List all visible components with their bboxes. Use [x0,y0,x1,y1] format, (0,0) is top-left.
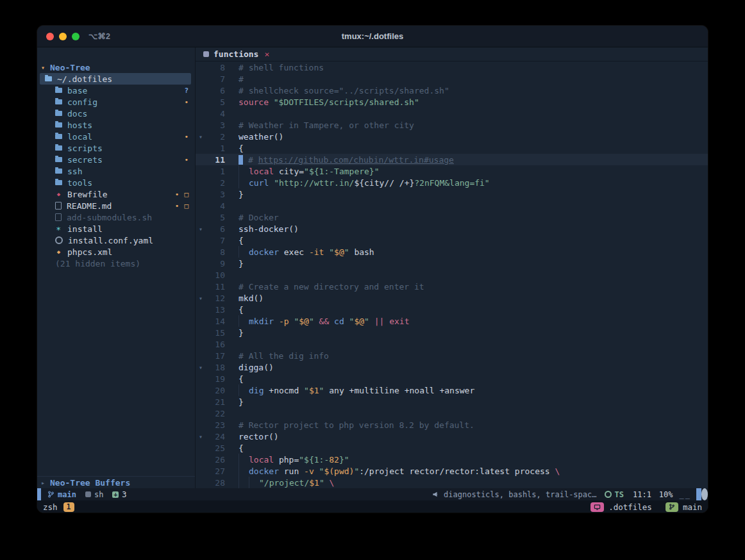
code-line[interactable]: 9} [196,258,708,269]
code-line[interactable]: 4 [196,108,708,119]
code-line[interactable]: 21} [196,396,708,408]
tree-item-scripts[interactable]: scripts [37,142,195,154]
code-line[interactable]: 14mkdir -p "$@" && cd "$@" || exit [196,315,708,327]
code-token: city= [274,167,304,176]
code-text: # shell functions [239,63,324,72]
zoom-button[interactable] [72,33,80,40]
code-line[interactable]: 6# shellcheck source="../scripts/shared.… [196,85,708,96]
tab-label: functions [213,49,258,59]
code-token: ssh-docker [239,224,289,234]
tree-item-add-submodules-sh[interactable]: add-submodules.sh [37,211,195,223]
code-line[interactable]: ▾6ssh-docker() [196,223,708,235]
buffer-name: sh [94,490,103,499]
tree-item-docs[interactable]: docs [37,108,195,119]
code-token: " [309,317,314,326]
code-line[interactable]: ▾24rector() [196,431,708,442]
tree-item-readme-md[interactable]: README.md•□ [37,200,195,211]
terminal-window: ⌥⌘2 tmux:~/.dotfiles ▾Neo-Tree~/.dotfile… [37,26,708,513]
code-line[interactable]: 2curl "http://wttr.in/${city// /+}?2nFQM… [196,177,708,188]
tree-item-tools[interactable]: tools [37,177,195,188]
code-line[interactable]: 1{ [196,142,708,154]
mode-indicator [37,488,41,500]
close-tab-icon[interactable]: × [264,49,269,59]
code-token: php= [274,455,299,465]
code-text: { [239,443,244,453]
code-line[interactable]: 11# https://github.com/chubin/wttr.in#us… [196,154,708,165]
code-line[interactable]: ▾12mkd() [196,292,708,304]
code-line[interactable]: 10 [196,269,708,281]
tmux-git-badge [665,502,678,512]
branch-name: main [58,490,76,499]
indent-guide [239,315,249,327]
git-branch: main [47,490,76,499]
code-line[interactable]: 1local city="${1:-Tampere}" [196,165,708,177]
code-text: # [239,74,244,84]
code-line[interactable]: 27docker run -v "$(pwd)":/project rector… [196,465,708,477]
tree-item-ssh[interactable]: ssh [37,165,195,177]
code-line[interactable]: 17# All the dig info [196,350,708,361]
code-line[interactable]: 7{ [196,235,708,246]
line-number: 9 [206,259,225,268]
code-token: $1 [309,386,319,395]
tree-item-brewfile[interactable]: ◆Brewfile•□ [37,188,195,200]
tree-item-local[interactable]: local• [37,131,195,142]
code-line[interactable]: 7# [196,73,708,85]
tree-item-dotfiles[interactable]: ~/.dotfiles [40,73,191,85]
code-line[interactable]: 25{ [196,442,708,454]
code-token: { [239,144,244,153]
line-number: 4 [206,109,225,119]
code-token: mkdir [249,317,274,326]
tree-item-install[interactable]: ∗install [37,223,195,235]
tree-item-phpcs-xml[interactable]: ◆phpcs.xml [37,246,195,258]
main-content: ▾Neo-Tree~/.dotfilesbase?config•docshost… [37,47,708,488]
tree-item-config[interactable]: config• [37,96,195,108]
code-line[interactable]: ▾2weather() [196,131,708,142]
line-number: 22 [206,409,225,418]
code-line[interactable]: 5source "$DOTFILES/scripts/shared.sh" [196,96,708,108]
fold-icon: ▾ [196,433,206,440]
code-line[interactable]: 15} [196,327,708,338]
tree-item-install-conf-yaml[interactable]: install.conf.yaml [37,235,195,246]
code-line[interactable]: 8# shell functions [196,62,708,73]
code-token: # [248,155,258,165]
code-token [324,247,329,257]
code-line[interactable]: 4 [196,200,708,211]
code-line[interactable]: 3} [196,188,708,200]
code-token: bash [349,247,374,257]
folder-icon [55,180,62,185]
code-line[interactable]: 20dig +nocmd "$1" any +multiline +noall … [196,384,708,396]
code-line[interactable]: 23# Rector project to php version 8.2 by… [196,419,708,431]
code-token: " [329,247,334,257]
tree-item-neo-tree[interactable]: ▾Neo-Tree [37,62,195,73]
code-line[interactable]: 19{ [196,373,708,384]
code-line[interactable]: 5# Docker [196,211,708,223]
code-token: # Create a new directory and enter it [239,282,424,292]
code-line[interactable]: 11# Create a new directory and enter it [196,281,708,292]
code-token: " [319,466,324,476]
tab-functions[interactable]: functions × [203,49,269,59]
tmux-window-badge[interactable]: 1 [63,502,74,512]
close-button[interactable] [46,33,54,40]
tree-item-base[interactable]: base? [37,85,195,96]
git-status-badge: □ [184,202,188,210]
code-token: 82 [329,455,339,465]
code-line[interactable]: ▾18digga() [196,361,708,373]
xml-file-icon: ◆ [55,249,62,255]
line-number: 21 [206,397,225,407]
line-number: 27 [206,466,225,476]
code-line[interactable]: 26local php="${1:-82}" [196,454,708,465]
code-line[interactable]: 28"/project/$1" \ [196,477,708,488]
code-line[interactable]: 16 [196,338,708,350]
code-line[interactable]: 13{ [196,304,708,315]
tree-item-secrets[interactable]: secrets• [37,154,195,165]
neo-tree-buffers-header[interactable]: ▸ Neo-Tree Buffers [37,477,195,488]
code-token: +nocmd [264,386,304,395]
line-number: 14 [206,317,225,326]
code-line[interactable]: 8docker exec -it "$@" bash [196,246,708,258]
code-line[interactable]: 22 [196,408,708,419]
tree-item-hosts[interactable]: hosts [37,119,195,131]
code-line[interactable]: 3# Weather in Tampere, or other city [196,119,708,131]
code-token: && [319,317,330,326]
code-token: " [349,317,355,326]
minimize-button[interactable] [59,33,67,40]
